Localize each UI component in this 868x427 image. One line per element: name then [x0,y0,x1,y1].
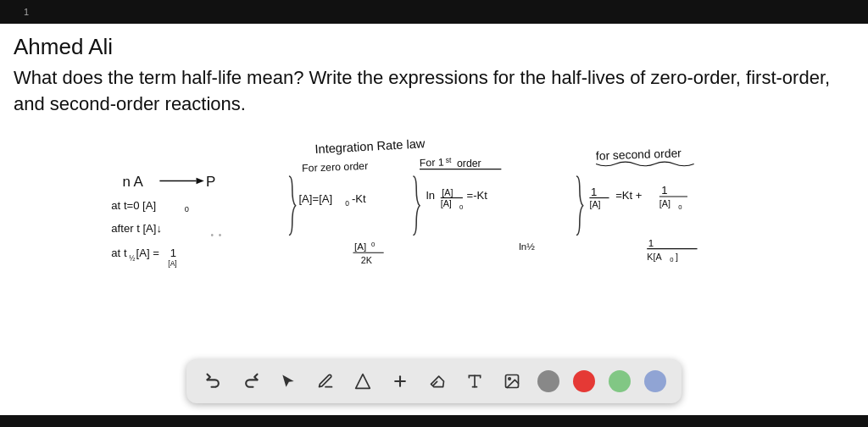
svg-text:]: ] [676,252,678,262]
svg-text:0: 0 [459,203,463,211]
svg-text:-Kt: -Kt [352,192,366,205]
add-icon [392,373,409,390]
svg-text:½: ½ [129,254,135,263]
undo-button[interactable] [202,369,225,393]
add-button[interactable] [388,369,412,393]
svg-text:[A]: [A] [589,199,600,209]
svg-text:2K: 2K [361,255,373,265]
top-bar: 1 [0,0,868,24]
svg-text:at t: at t [111,247,127,259]
pen-icon [317,373,334,390]
svg-text:P: P [206,174,215,190]
svg-text:1: 1 [591,186,597,198]
cursor-icon [280,373,297,390]
svg-text:For 1: For 1 [420,157,444,169]
bottom-bar [0,415,868,427]
question-text: What does the term half-life mean? Write… [14,65,854,118]
svg-text:at t=0  [A]: at t=0 [A] [111,199,156,212]
svg-text:0: 0 [185,205,189,214]
svg-text:1: 1 [661,184,667,197]
svg-point-54 [509,378,511,380]
page-number: 1 [24,7,29,17]
svg-text:•: • [210,230,214,240]
eraser-icon [429,373,446,390]
handwriting-svg: Integration Rate law For zero order For … [0,134,868,356]
svg-text:after t  [A]↓: after t [A]↓ [111,222,162,235]
svg-text:ln½: ln½ [519,241,535,252]
svg-text:0: 0 [678,203,682,211]
document-text: Ahmed Ali What does the term half-life m… [14,34,854,118]
svg-text:[A]: [A] [354,241,366,252]
svg-text:=-Kt: =-Kt [467,189,488,202]
eraser-button[interactable] [426,369,449,393]
image-button[interactable] [500,369,524,393]
svg-text:For zero order: For zero order [302,160,368,175]
svg-text:n A: n A [122,174,143,190]
svg-marker-9 [197,178,204,185]
svg-text:order: order [457,158,481,169]
svg-text:st: st [446,156,452,164]
svg-text:=Kt +: =Kt + [615,189,642,202]
shapes-button[interactable] [351,369,375,393]
image-icon [504,373,520,390]
content-area: Ahmed Ali What does the term half-life m… [0,24,868,415]
svg-text:[A]: [A] [442,187,453,197]
svg-text:[A] =: [A] = [136,247,159,259]
redo-button[interactable] [239,369,263,393]
color-gray-button[interactable] [537,370,559,392]
screen: 1 Ahmed Ali What does the term half-life… [0,0,868,427]
svg-text:1: 1 [170,247,176,259]
svg-text:[A]: [A] [168,259,176,268]
svg-text:0: 0 [345,199,349,208]
color-green-button[interactable] [609,370,631,392]
svg-text:Integration Rate law: Integration Rate law [314,136,426,156]
svg-text:for second order: for second order [596,146,682,163]
svg-text:ln: ln [426,189,435,202]
svg-text:K[A: K[A [647,252,662,262]
color-red-button[interactable] [573,370,595,392]
toolbar [186,359,682,403]
redo-icon [242,373,259,390]
text-button[interactable] [463,369,487,393]
svg-text:1: 1 [648,238,654,248]
svg-text:0: 0 [670,256,673,263]
author-name: Ahmed Ali [14,34,854,60]
handwriting-area: Integration Rate law For zero order For … [0,134,868,356]
undo-icon [205,373,222,390]
svg-text:•: • [219,230,222,240]
shapes-icon [354,373,371,390]
svg-text:[A]: [A] [659,198,670,208]
svg-text:[A]: [A] [441,198,452,208]
pen-button[interactable] [314,369,337,393]
svg-marker-48 [356,374,370,389]
svg-text:[A]=[A]: [A]=[A] [298,192,332,205]
select-button[interactable] [276,369,300,393]
svg-text:0: 0 [371,241,375,248]
text-icon [466,373,483,390]
color-blue-button[interactable] [644,370,666,392]
